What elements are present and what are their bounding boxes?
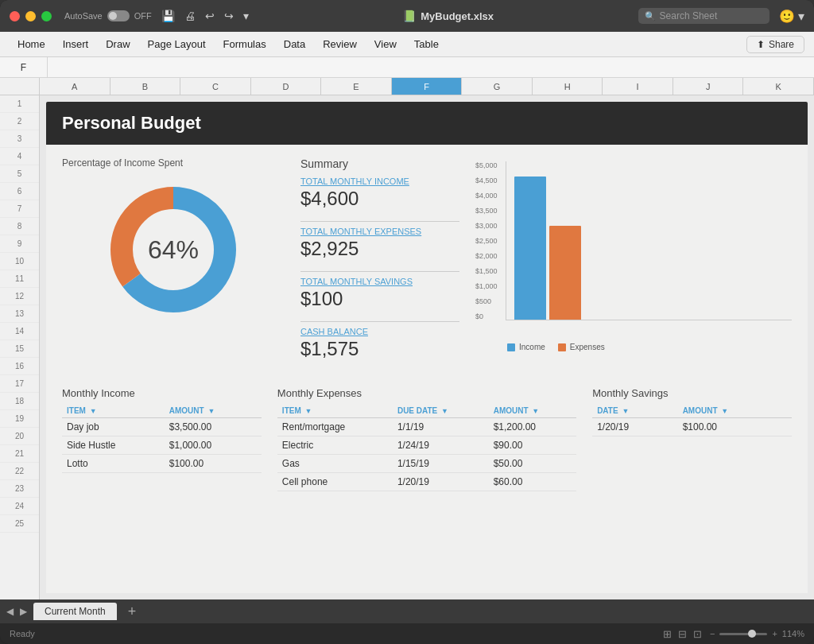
- income-amount-2: $1,000.00: [165, 436, 262, 455]
- amount-filter-icon[interactable]: ▼: [207, 407, 215, 415]
- spreadsheet-body: 1 2 3 4 5 6 7 8 9 10 11 12 13 14 15 16 1…: [0, 95, 814, 599]
- income-value: $4,600: [300, 188, 459, 210]
- item-filter-icon[interactable]: ▼: [90, 407, 97, 415]
- sheet-content: Personal Budget Percentage of Income Spe…: [40, 95, 814, 599]
- row-13: 13: [0, 305, 39, 323]
- expenses-col-amount[interactable]: AMOUNT ▼: [489, 404, 576, 418]
- col-C[interactable]: C: [180, 78, 251, 95]
- summary-title: Summary: [300, 157, 459, 170]
- menu-draw[interactable]: Draw: [98, 35, 138, 53]
- view-icons: ⊞ ⊟ ⊡: [663, 628, 702, 640]
- menu-home[interactable]: Home: [10, 35, 53, 53]
- expenses-link[interactable]: TOTAL MONTHLY EXPENSES: [300, 227, 459, 236]
- col-K[interactable]: K: [743, 78, 814, 95]
- autosave-dot: [109, 12, 117, 20]
- savings-link[interactable]: TOTAL MONTHLY SAVINGS: [300, 277, 459, 286]
- cell-reference[interactable]: F: [0, 57, 48, 77]
- col-H[interactable]: H: [533, 78, 603, 95]
- row-2: 2: [0, 113, 39, 130]
- title-center: 📗 MyBudget.xlsx: [258, 10, 638, 22]
- col-J[interactable]: J: [673, 78, 744, 95]
- sheet-tab-current-month[interactable]: Current Month: [33, 603, 117, 620]
- expenses-row-4[interactable]: Cell phone 1/20/19 $60.00: [277, 473, 576, 491]
- menu-insert[interactable]: Insert: [55, 35, 97, 53]
- savings-col-amount[interactable]: AMOUNT ▼: [678, 404, 792, 418]
- income-amount-3: $100.00: [165, 455, 262, 473]
- col-I[interactable]: I: [603, 78, 673, 95]
- zoom-out-button[interactable]: −: [710, 629, 715, 638]
- menu-formulas[interactable]: Formulas: [215, 35, 274, 53]
- summary-section: Summary TOTAL MONTHLY INCOME $4,600 TOTA…: [300, 157, 459, 371]
- col-F[interactable]: F: [392, 78, 463, 95]
- search-area[interactable]: 🔍: [638, 8, 769, 24]
- cash-value: $1,575: [300, 338, 459, 360]
- row-7: 7: [0, 200, 39, 218]
- expenses-row-2[interactable]: Electric 1/24/19 $90.00: [277, 436, 576, 455]
- sav-amount-filter[interactable]: ▼: [721, 407, 728, 415]
- share-label: Share: [769, 39, 794, 50]
- income-row-2[interactable]: Side Hustle $1,000.00: [62, 436, 262, 455]
- row-24: 24: [0, 498, 39, 515]
- income-row-1[interactable]: Day job $3,500.00: [62, 418, 262, 436]
- undo-icon[interactable]: ↩: [202, 8, 218, 24]
- expenses-col-date[interactable]: DUE DATE ▼: [393, 404, 489, 418]
- search-input[interactable]: [660, 10, 763, 21]
- app-window: AutoSave OFF 💾 🖨 ↩ ↪ ▾ 📗 MyBudget.xlsx 🔍…: [0, 0, 814, 644]
- income-row-3[interactable]: Lotto $100.00: [62, 455, 262, 473]
- close-button[interactable]: [10, 11, 20, 21]
- expenses-col-item[interactable]: ITEM ▼: [277, 404, 393, 418]
- col-G[interactable]: G: [462, 78, 533, 95]
- donut-label: Percentage of Income Spent: [62, 157, 285, 169]
- maximize-button[interactable]: [41, 11, 52, 21]
- menu-table[interactable]: Table: [406, 35, 447, 53]
- sav-date-filter[interactable]: ▼: [622, 407, 629, 415]
- savings-table-section: Monthly Savings DATE ▼ AMOUNT ▼: [592, 387, 792, 491]
- minimize-button[interactable]: [25, 11, 36, 21]
- row-1: 1: [0, 95, 39, 113]
- exp-amount-filter[interactable]: ▼: [532, 407, 539, 415]
- budget-title: Personal Budget: [62, 113, 201, 133]
- next-sheet-button[interactable]: ▶: [20, 606, 27, 617]
- emoji-button[interactable]: 🙂 ▾: [779, 9, 804, 24]
- col-B[interactable]: B: [110, 78, 181, 95]
- exp-date-filter[interactable]: ▼: [441, 407, 448, 415]
- cash-link[interactable]: CASH BALANCE: [300, 327, 459, 336]
- col-A[interactable]: A: [40, 78, 110, 95]
- column-headers: A B C D E F G H I J K: [0, 78, 814, 95]
- print-icon[interactable]: 🖨: [181, 8, 199, 24]
- expenses-row-1[interactable]: Rent/mortgage 1/1/19 $1,200.00: [277, 418, 576, 436]
- zoom-in-button[interactable]: +: [772, 629, 777, 638]
- layout-view-icon[interactable]: ⊡: [693, 628, 702, 640]
- col-E[interactable]: E: [321, 78, 392, 95]
- bar-income: [514, 177, 546, 320]
- redo-icon[interactable]: ↪: [221, 8, 237, 24]
- divider-1: [300, 221, 459, 222]
- sav-date-1: 1/20/19: [592, 418, 678, 436]
- charts-row: Percentage of Income Spent 64%: [62, 157, 792, 371]
- save-icon[interactable]: 💾: [158, 8, 178, 24]
- prev-sheet-button[interactable]: ◀: [6, 606, 14, 617]
- menu-data[interactable]: Data: [276, 35, 313, 53]
- autosave-toggle[interactable]: [107, 10, 130, 21]
- income-col-amount[interactable]: AMOUNT ▼: [165, 404, 262, 418]
- page-view-icon[interactable]: ⊟: [678, 628, 687, 640]
- menu-review[interactable]: Review: [315, 35, 365, 53]
- menu-page-layout[interactable]: Page Layout: [140, 35, 214, 53]
- file-icon: 📗: [402, 10, 416, 22]
- savings-col-date[interactable]: DATE ▼: [592, 404, 678, 418]
- zoom-slider[interactable]: [719, 633, 767, 635]
- more-icon[interactable]: ▾: [240, 8, 252, 24]
- col-D[interactable]: D: [251, 78, 322, 95]
- income-item-3: Lotto: [62, 455, 165, 473]
- expenses-row-3[interactable]: Gas 1/15/19 $50.00: [277, 455, 576, 473]
- add-sheet-button[interactable]: +: [128, 603, 137, 620]
- donut-percentage: 64%: [148, 235, 199, 265]
- expenses-table-section: Monthly Expenses ITEM ▼ DUE DATE ▼ AMOUN…: [277, 387, 576, 491]
- income-link[interactable]: TOTAL MONTHLY INCOME: [300, 177, 459, 186]
- share-button[interactable]: ⬆ Share: [746, 36, 804, 53]
- grid-view-icon[interactable]: ⊞: [663, 628, 672, 640]
- savings-row-1[interactable]: 1/20/19 $100.00: [592, 418, 792, 436]
- menu-view[interactable]: View: [366, 35, 405, 53]
- income-col-item[interactable]: ITEM ▼: [62, 404, 165, 418]
- exp-item-filter[interactable]: ▼: [305, 407, 312, 415]
